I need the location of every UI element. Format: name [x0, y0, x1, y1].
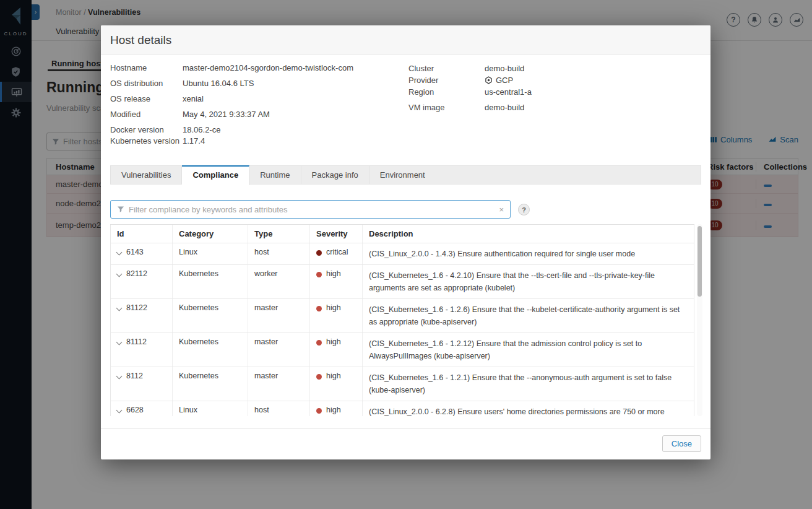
severity-dot: [316, 408, 322, 414]
detail-value-docker-version: 18.06.2-ce: [183, 124, 220, 136]
severity-dot: [316, 272, 322, 277]
detail-value-cluster: demo-build: [485, 63, 524, 74]
chevron-down-icon[interactable]: [116, 339, 123, 346]
severity-label: critical: [326, 248, 348, 256]
compliance-category: Kubernetes: [173, 265, 248, 298]
detail-value-kubernetes-version: 1.17.4: [183, 136, 205, 147]
severity-label: high: [326, 303, 341, 312]
compliance-description: (CIS_Kubernetes_1.6 - 1.2.1) Ensure that…: [363, 367, 694, 401]
detail-label: Cluster: [408, 63, 485, 74]
compliance-description: (CIS_Kubernetes_1.6 - 4.2.10) Ensure tha…: [363, 265, 694, 298]
scrollbar-thumb[interactable]: [698, 226, 702, 297]
compliance-id: 8112: [126, 372, 143, 380]
compliance-row[interactable]: 82112 Kubernetes worker high (CIS_Kubern…: [110, 265, 694, 299]
compliance-filter-row: × ?: [110, 200, 530, 219]
severity-dot: [316, 306, 322, 311]
detail-value-region: us-central1-a: [485, 86, 532, 98]
chevron-down-icon[interactable]: [116, 373, 123, 380]
compliance-description: (CIS_Linux_2.0.0 - 6.2.8) Ensure users' …: [363, 401, 694, 416]
compliance-category: Kubernetes: [173, 299, 248, 333]
compliance-row[interactable]: 6143 Linux host critical (CIS_Linux_2.0.…: [110, 243, 694, 265]
compliance-category: Kubernetes: [173, 367, 248, 401]
gcp-icon: [485, 76, 493, 84]
tab-package-info[interactable]: Package info: [301, 166, 369, 184]
severity-dot: [316, 374, 322, 380]
host-details-modal: Host details Hostnamemaster-demo2104-sgo…: [101, 25, 710, 459]
detail-label: OS distribution: [110, 78, 183, 89]
close-button[interactable]: Close: [662, 435, 701, 452]
col-type[interactable]: Type: [248, 225, 310, 243]
compliance-table-header: Id Category Type Severity Description: [110, 225, 694, 243]
detail-value-vm-image: demo-build: [485, 102, 524, 113]
detail-value-modified: May 4, 2021 9:33:37 AM: [183, 109, 270, 120]
compliance-description: (CIS_Kubernetes_1.6 - 1.2.12) Ensure tha…: [363, 333, 694, 367]
col-category[interactable]: Category: [173, 225, 248, 243]
compliance-id: 81122: [126, 303, 147, 312]
detail-label: Provider: [408, 74, 485, 86]
detail-label: Modified: [110, 109, 183, 120]
compliance-type: master: [248, 367, 310, 401]
modal-tabbar: Vulnerabilities Compliance Runtime Packa…: [110, 165, 701, 185]
compliance-filter-input[interactable]: [129, 205, 495, 214]
compliance-type: host: [248, 243, 310, 264]
detail-label: OS release: [110, 94, 183, 105]
compliance-row[interactable]: 81112 Kubernetes master high (CIS_Kubern…: [110, 333, 694, 367]
detail-label: Docker version: [110, 124, 183, 136]
compliance-description: (CIS_Linux_2.0.0 - 1.4.3) Ensure authent…: [363, 243, 694, 264]
filter-help-button[interactable]: ?: [518, 204, 530, 215]
compliance-table: Id Category Type Severity Description 61…: [110, 224, 694, 416]
tab-compliance[interactable]: Compliance: [182, 165, 249, 185]
table-scrollbar[interactable]: [697, 224, 702, 416]
detail-label: Kubernetes version: [110, 136, 183, 147]
compliance-row[interactable]: 8112 Kubernetes master high (CIS_Kuberne…: [110, 367, 694, 401]
severity-label: high: [326, 372, 341, 380]
severity-label: high: [326, 406, 341, 414]
detail-label: VM image: [408, 102, 485, 113]
provider-name: GCP: [496, 74, 513, 86]
tab-runtime[interactable]: Runtime: [249, 166, 301, 184]
detail-value-hostname: master-demo2104-sgordon-demo-twistlock-c…: [183, 63, 353, 74]
chevron-down-icon[interactable]: [116, 305, 123, 311]
compliance-id: 81112: [126, 337, 147, 346]
tab-environment[interactable]: Environment: [369, 166, 436, 184]
chevron-down-icon[interactable]: [116, 271, 123, 277]
app-canvas: CLOUD: [0, 0, 812, 509]
compliance-id: 82112: [126, 269, 147, 278]
compliance-row[interactable]: 81122 Kubernetes master high (CIS_Kubern…: [110, 299, 694, 333]
chevron-down-icon[interactable]: [116, 407, 123, 414]
severity-label: high: [326, 269, 341, 278]
col-severity[interactable]: Severity: [310, 225, 363, 243]
compliance-description: (CIS_Kubernetes_1.6 - 1.2.6) Ensure that…: [363, 299, 694, 333]
detail-value-os-distribution: Ubuntu 16.04.6 LTS: [183, 78, 254, 89]
compliance-type: master: [248, 299, 310, 333]
compliance-type: host: [248, 401, 310, 416]
compliance-row[interactable]: 6628 Linux host high (CIS_Linux_2.0.0 - …: [110, 401, 694, 416]
host-details-right: Clusterdemo-build Provider GCP Regionus-…: [408, 63, 532, 113]
modal-title: Host details: [110, 33, 171, 47]
compliance-id: 6628: [126, 406, 144, 414]
chevron-down-icon[interactable]: [116, 250, 123, 256]
modal-header: Host details: [101, 25, 710, 54]
severity-label: high: [326, 337, 341, 346]
detail-label: Region: [408, 86, 485, 98]
funnel-icon: [117, 206, 124, 213]
compliance-type: master: [248, 333, 310, 367]
compliance-type: worker: [248, 265, 310, 298]
detail-value-os-release: xenial: [183, 94, 204, 105]
compliance-category: Linux: [173, 401, 248, 416]
host-details-left: Hostnamemaster-demo2104-sgordon-demo-twi…: [110, 63, 353, 151]
tab-vulnerabilities[interactable]: Vulnerabilities: [111, 166, 182, 184]
detail-label: Hostname: [110, 63, 183, 74]
compliance-category: Kubernetes: [173, 333, 248, 367]
compliance-filter-input-wrap: ×: [110, 200, 511, 219]
detail-value-provider: GCP: [485, 74, 513, 86]
col-description[interactable]: Description: [363, 225, 694, 243]
col-id[interactable]: Id: [111, 225, 173, 243]
clear-filter-icon[interactable]: ×: [499, 205, 504, 214]
severity-dot: [316, 250, 322, 256]
compliance-id: 6143: [126, 248, 144, 256]
compliance-category: Linux: [173, 243, 248, 264]
severity-dot: [316, 340, 322, 346]
modal-footer: Close: [101, 428, 710, 459]
